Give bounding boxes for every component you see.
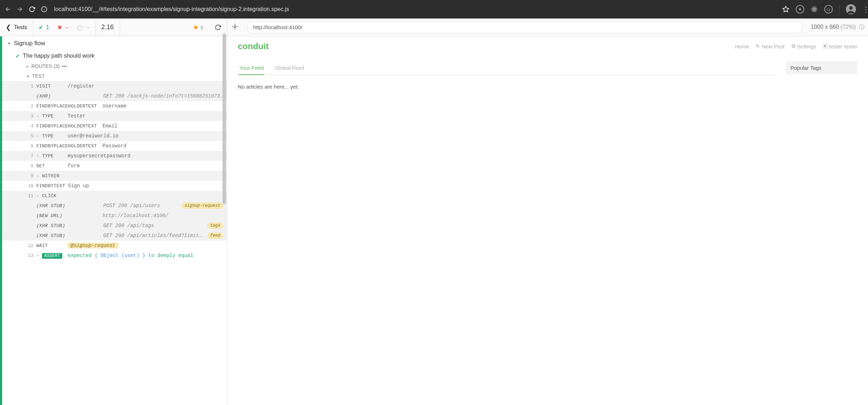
nav-home[interactable]: Home [735, 43, 749, 49]
command-number: 8 [26, 163, 33, 169]
auto-scroll-toggle[interactable]: ↕ [188, 19, 209, 36]
gear-icon: ⚙ [791, 43, 796, 49]
svg-marker-5 [783, 6, 789, 12]
record-icon[interactable] [796, 5, 804, 14]
command-row[interactable]: 11- CLICK [2, 191, 227, 201]
command-name: (XHR STUB) [36, 233, 100, 238]
kebab-menu-icon[interactable] [862, 5, 864, 14]
command-row[interactable]: 9- WITHIN [2, 171, 227, 181]
reload-icon[interactable] [28, 6, 36, 13]
command-number: 4 [26, 123, 33, 129]
command-name: - ASSERT [36, 253, 65, 258]
react-devtools-icon[interactable] [811, 6, 818, 13]
command-name: FINDBYPLACEHOLDERTEXT [36, 123, 100, 129]
test-section-label[interactable]: ▼ TEST [2, 71, 227, 81]
tab-global-feed[interactable]: Global Feed [274, 61, 305, 75]
info-icon: ⓘ [859, 24, 864, 30]
command-row[interactable]: (XHR STUB)POST 200 /api/userssignup-requ… [2, 201, 227, 211]
command-message: /register [68, 83, 223, 89]
app-logo[interactable]: conduit [238, 41, 269, 51]
command-name: FINDBYTEXT [36, 183, 65, 189]
command-row[interactable]: (XHR STUB)GET 200 /api/tagstags [2, 221, 227, 231]
command-row[interactable]: (XHR STUB)GET 200 /api/articles/feed?lim… [2, 231, 227, 241]
describe-block[interactable]: ▼ Signup flow [2, 36, 227, 51]
command-row[interactable]: 4FINDBYPLACEHOLDERTEXTEmail [2, 121, 227, 131]
info-icon[interactable] [41, 6, 48, 13]
feed-tabs: Your Feed Global Feed [238, 61, 775, 75]
command-name: - CLICK [36, 193, 65, 199]
command-number: 6 [26, 143, 33, 149]
command-row[interactable]: 1VISIT/register [2, 81, 227, 91]
passed-count: 1 [46, 24, 49, 31]
popular-tags-box: Popular Tags [786, 61, 857, 74]
viewport-size[interactable]: 1000 x 660 (72%) ⓘ [807, 23, 868, 31]
command-number: 5 [26, 133, 33, 139]
cypress-extension-icon[interactable]: cy [824, 5, 833, 14]
reporter-panel: ❮ Tests ✔ 1 ✖ -- ◯ -- 2.16 ↕ [0, 19, 227, 405]
command-message: Username [103, 103, 223, 109]
selector-playground-button[interactable] [227, 23, 243, 31]
command-row[interactable]: 8GETform [2, 161, 227, 171]
duration: 2.16 [96, 19, 120, 36]
alias-badge: tags [207, 222, 223, 229]
forward-icon[interactable] [16, 6, 23, 13]
command-name: - WITHIN [36, 173, 65, 179]
test-title: The happy path should work [23, 53, 94, 59]
command-name: (XHR STUB) [36, 223, 100, 228]
stats-failed: ✖ -- [55, 19, 74, 36]
command-row[interactable]: (XHR)GET 200 /sockjs-node/info?t=1568825… [2, 91, 227, 101]
command-name: (XHR) [36, 94, 100, 99]
command-name: (XHR STUB) [36, 203, 100, 209]
command-number: 12 [26, 243, 33, 248]
command-name: FINDBYPLACEHOLDERTEXT [36, 104, 100, 109]
command-row[interactable]: 7- TYPEmysupersecretpassword [2, 151, 227, 161]
check-icon: ✔ [39, 25, 43, 30]
empty-message: No articles are here... yet. [238, 75, 775, 98]
profile-avatar[interactable] [846, 4, 856, 14]
command-row[interactable]: 13 - ASSERT expected { Object (user) } t… [2, 251, 227, 261]
avatar-placeholder-icon: ▣ [823, 44, 828, 49]
updown-icon: ↕ [200, 24, 203, 31]
command-message: Sign up [68, 183, 223, 189]
command-message: @signup-request [68, 243, 223, 248]
command-message: user@realworld.io [68, 133, 223, 139]
nav-new-post[interactable]: ✎ New Post [755, 43, 784, 49]
app-preview-panel: 1000 x 660 (72%) ⓘ conduit Home ✎ New Po… [227, 19, 868, 405]
command-number: 7 [26, 153, 33, 159]
command-message: mysupersecretpassword [68, 153, 223, 159]
routes-toggle[interactable]: ▶ ROUTES (3) ••• [2, 61, 227, 71]
chevron-down-icon: ▼ [26, 74, 30, 78]
command-message: expected { Object (user) } to deeply equ… [68, 253, 223, 258]
command-message: Tester [68, 113, 223, 119]
back-to-tests[interactable]: ❮ Tests [0, 19, 33, 36]
check-icon: ✔ [16, 53, 20, 59]
command-row[interactable]: 10FINDBYTEXTSign up [2, 181, 227, 191]
command-message: Email [103, 123, 223, 129]
command-name: FINDBYPLACEHOLDERTEXT [36, 143, 100, 149]
refresh-icon [215, 24, 221, 31]
command-row[interactable]: 2FINDBYPLACEHOLDERTEXTUsername [2, 101, 227, 111]
command-message: GET 200 /api/articles/feed?limit=10… [103, 233, 204, 238]
svg-point-7 [814, 9, 815, 10]
command-row[interactable]: 12WAIT@signup-request [2, 241, 227, 251]
scrollbar-thumb[interactable] [223, 33, 226, 204]
browser-url[interactable]: localhost:4100/__/#/tests/integration/ex… [54, 6, 777, 12]
star-icon[interactable] [782, 6, 789, 13]
edit-icon: ✎ [755, 43, 760, 49]
nav-settings[interactable]: ⚙ Settings [791, 43, 816, 49]
command-row[interactable]: 5- TYPEuser@realworld.io [2, 131, 227, 141]
tab-your-feed[interactable]: Your Feed [239, 61, 265, 75]
back-icon[interactable] [4, 6, 11, 13]
command-row[interactable]: 3- TYPETester [2, 111, 227, 121]
ellipsis-icon: ••• [62, 63, 67, 69]
command-number: 13 [26, 253, 33, 258]
command-row[interactable]: (NEW URL)http://localhost:4100/ [2, 211, 227, 221]
aut-url-input[interactable] [247, 21, 803, 33]
command-number: 10 [26, 183, 33, 189]
command-row[interactable]: 6FINDBYPLACEHOLDERTEXTPassword [2, 141, 227, 151]
describe-title: Signup flow [14, 40, 45, 47]
nav-user[interactable]: ▣ tester tester [823, 43, 857, 49]
test-block[interactable]: ✔ The happy path should work [2, 51, 227, 61]
command-number: 1 [26, 84, 33, 89]
app-iframe[interactable]: conduit Home ✎ New Post ⚙ Settings ▣ tes… [227, 36, 868, 405]
